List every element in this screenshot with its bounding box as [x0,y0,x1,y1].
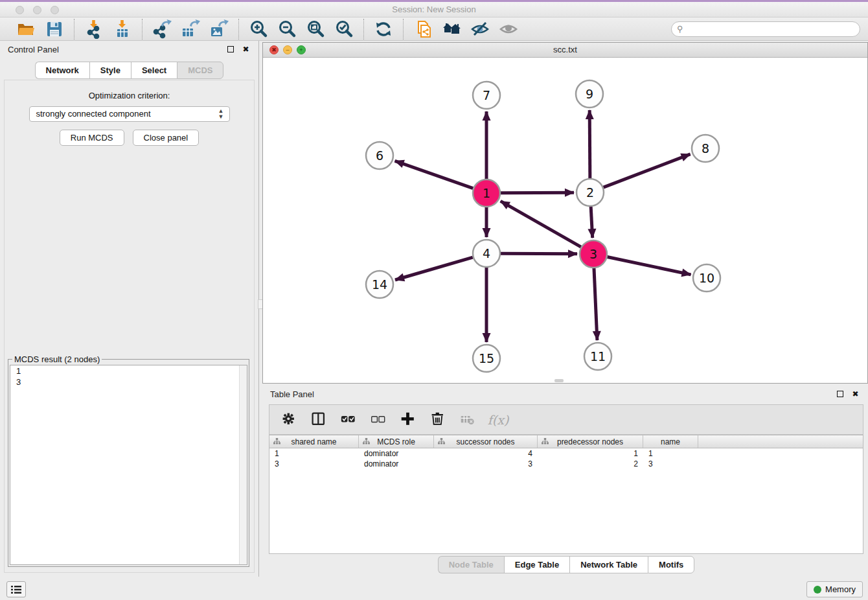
node-8[interactable]: 8 [692,135,719,162]
open-session-icon[interactable] [16,19,36,39]
tab-edge-table[interactable]: Edge Table [504,556,569,573]
split-view-icon[interactable] [311,411,328,428]
criterion-select[interactable]: strongly connected component ▲▼ [29,106,230,122]
tab-style[interactable]: Style [89,62,131,79]
function-builder-icon: f(x) [490,411,507,428]
task-history-button[interactable] [6,581,26,597]
import-table-icon[interactable] [113,19,132,39]
column-header-predecessor-nodes[interactable]: predecessor nodes [538,435,643,448]
zoom-fit-icon[interactable] [306,19,325,39]
node-15[interactable]: 15 [473,345,500,372]
network-window-titlebar[interactable]: ✖ – + scc.txt [263,43,867,58]
export-network-icon[interactable] [152,19,172,39]
delete-column-icon[interactable] [430,411,447,428]
import-network-icon[interactable] [84,19,104,39]
edge-4-14[interactable] [395,257,473,280]
network-window: ✖ – + scc.txt 7968124314101511 [262,42,868,384]
tab-node-table[interactable]: Node Table [438,556,504,573]
edge-4-3[interactable] [501,253,577,254]
node-6[interactable]: 6 [366,142,393,169]
svg-text:6: 6 [376,148,383,163]
add-column-icon[interactable] [400,411,417,428]
settings-gear-icon[interactable] [281,411,298,428]
hide-selected-icon[interactable] [470,19,490,39]
control-panel-tabs: NetworkStyleSelectMCDS [0,62,258,79]
zoom-in-icon[interactable] [249,19,268,39]
tab-network[interactable]: Network [35,62,89,79]
table-panel-float-icon[interactable] [835,389,845,399]
column-header-name[interactable]: name [643,435,698,448]
deselect-all-icon[interactable] [371,411,387,428]
criterion-value: strongly connected component [36,109,151,119]
tab-motifs[interactable]: Motifs [648,556,694,573]
node-14[interactable]: 14 [366,271,393,298]
mcds-result-list[interactable]: 13 [10,365,247,565]
node-10[interactable]: 10 [693,264,720,292]
node-7[interactable]: 7 [473,82,500,109]
table-row[interactable]: 3dominator323 [269,459,863,469]
houses-icon[interactable] [442,19,461,39]
tab-network-table[interactable]: Network Table [569,556,648,573]
mcds-result-title: MCDS result (2 nodes) [12,354,102,364]
zoom-out-icon[interactable] [277,19,297,39]
refresh-icon[interactable] [374,19,393,39]
edge-3-10[interactable] [608,257,691,275]
cell-MCDS-role[interactable]: dominator [359,448,434,458]
edge-3-11[interactable] [594,268,597,340]
table-panel-title: Table Panel [270,389,314,399]
edge-2-9[interactable] [589,110,590,178]
duplicate-network-icon[interactable] [413,19,433,39]
tab-select[interactable]: Select [131,62,177,79]
control-panel-close-icon[interactable]: ✖ [241,45,251,54]
show-all-icon[interactable] [499,19,518,39]
select-stepper-icon: ▲▼ [218,108,224,120]
node-2[interactable]: 2 [577,179,604,206]
zoom-selected-icon[interactable] [334,19,354,39]
edge-1-2[interactable] [501,192,574,193]
select-all-icon[interactable] [341,411,358,428]
cell-name[interactable]: 1 [643,448,698,458]
tab-mcds[interactable]: MCDS [177,62,223,79]
mcds-result-box: MCDS result (2 nodes) 13 [8,359,249,567]
node-1[interactable]: 1 [473,179,500,207]
table-row[interactable]: 1dominator411 [269,448,863,459]
cell-successor-nodes[interactable]: 3 [434,459,538,468]
control-panel-float-icon[interactable] [225,45,235,54]
export-table-icon[interactable] [181,19,200,39]
memory-button[interactable]: Memory [806,581,863,597]
node-9[interactable]: 9 [576,80,603,108]
cell-name[interactable]: 3 [643,459,698,468]
edge-1-6[interactable] [395,161,474,188]
run-mcds-button[interactable]: Run MCDS [60,130,124,146]
svg-text:1: 1 [483,186,490,200]
status-bar: Memory [0,577,868,600]
column-header-shared-name[interactable]: shared name [269,435,359,448]
export-image-icon[interactable] [209,19,229,39]
edge-3-1[interactable] [501,201,581,247]
edge-2-3[interactable] [591,207,593,238]
optimization-criterion-label: Optimization criterion: [5,91,254,100]
cell-predecessor-nodes[interactable]: 2 [538,459,643,468]
memory-status-icon [814,586,821,594]
edge-2-8[interactable] [604,154,691,187]
column-header-MCDS-role[interactable]: MCDS role [359,435,434,448]
control-panel: Control Panel ✖ NetworkStyleSelectMCDS O… [0,41,259,577]
result-scrollbar[interactable] [239,365,247,564]
cell-successor-nodes[interactable]: 4 [434,448,538,458]
save-session-icon[interactable] [45,19,64,39]
cell-shared-name[interactable]: 3 [269,459,359,468]
column-header-successor-nodes[interactable]: successor nodes [434,435,538,448]
cell-MCDS-role[interactable]: dominator [359,459,434,468]
cell-shared-name[interactable]: 1 [269,448,359,458]
svg-text:3: 3 [589,247,597,261]
node-4[interactable]: 4 [473,240,500,267]
node-11[interactable]: 11 [584,343,611,370]
network-hscrollbar-handle[interactable] [554,379,564,382]
network-canvas[interactable]: 7968124314101511 [263,58,867,383]
node-3[interactable]: 3 [580,240,607,268]
control-panel-title: Control Panel [8,45,59,54]
cell-predecessor-nodes[interactable]: 1 [538,448,643,458]
close-panel-button[interactable]: Close panel [133,130,200,146]
search-input[interactable] [671,21,860,37]
table-panel-close-icon[interactable]: ✖ [851,389,860,399]
